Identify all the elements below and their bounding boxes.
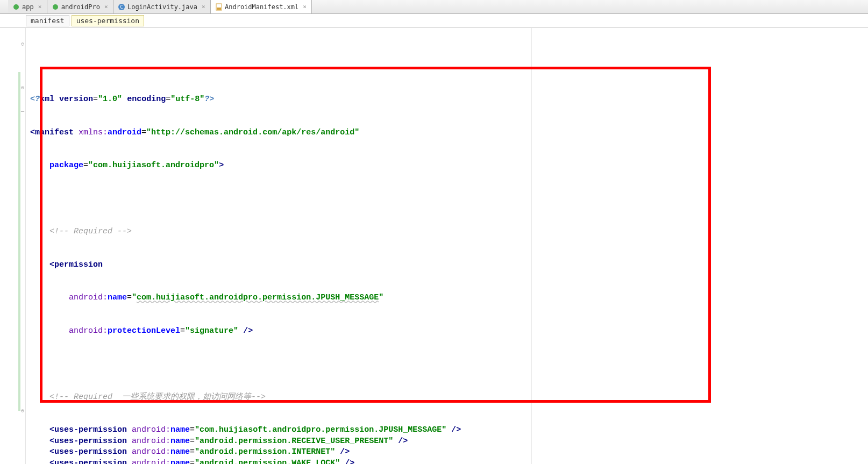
fold-toggle-icon[interactable]: ─ (21, 109, 24, 115)
close-icon[interactable]: × (202, 5, 206, 9)
editor-wrap: ⊖ ⊖ ─ ⊖ <?xml version="1.0" encoding="ut… (0, 28, 868, 464)
svg-rect-5 (217, 8, 221, 10)
editor-gutter[interactable]: ⊖ ⊖ ─ ⊖ (0, 28, 26, 464)
tab-loginactivity[interactable]: C LoginActivity.java × (113, 0, 211, 13)
code-line: android:name="com.huijiasoft.androidpro.… (30, 292, 868, 304)
close-icon[interactable]: × (38, 5, 42, 9)
gradle-icon (12, 3, 20, 11)
code-line: package="com.huijiasoft.androidpro"> (30, 160, 868, 172)
code-line: <!-- Required --> (30, 226, 868, 238)
tab-app[interactable]: app × (8, 0, 47, 13)
tab-androidpro[interactable]: androidPro × (47, 0, 113, 13)
breadcrumb-manifest[interactable]: manifest (26, 15, 69, 26)
code-line: <?xml version="1.0" encoding="utf-8"?> (30, 94, 868, 105)
fold-toggle-icon[interactable]: ⊖ (21, 84, 24, 90)
svg-text:C: C (120, 4, 123, 10)
gradle-icon (52, 3, 59, 11)
breadcrumb-uses-permission[interactable]: uses-permission (72, 15, 144, 26)
breadcrumb-bar: manifest uses-permission (0, 14, 868, 28)
tab-label: AndroidManifest.xml (225, 3, 298, 11)
java-class-icon: C (118, 3, 125, 11)
editor-tabs-bar: app × androidPro × C LoginActivity.java … (0, 0, 868, 14)
code-line: <uses-permission android:name="android.p… (30, 436, 868, 447)
code-line: <permission (30, 260, 868, 271)
code-line: <uses-permission android:name="com.huiji… (30, 425, 868, 436)
fold-toggle-icon[interactable]: ⊖ (21, 408, 24, 413)
vcs-change-marker (18, 72, 20, 411)
close-icon[interactable]: × (303, 5, 307, 9)
svg-point-0 (13, 4, 19, 10)
xml-file-icon (215, 3, 223, 11)
code-line: <uses-permission android:name="android.p… (30, 458, 868, 465)
code-line: android:protectionLevel="signature" /> (30, 326, 868, 337)
close-icon[interactable]: × (104, 5, 109, 9)
code-line: <manifest xmlns:android="http://schemas.… (30, 127, 868, 139)
tab-androidmanifest[interactable]: AndroidManifest.xml × (211, 0, 312, 13)
code-editor[interactable]: <?xml version="1.0" encoding="utf-8"?> <… (26, 28, 868, 464)
fold-toggle-icon[interactable]: ⊖ (21, 41, 24, 47)
tab-label: LoginActivity.java (127, 3, 197, 11)
tab-label: app (22, 3, 34, 11)
code-line: <uses-permission android:name="android.p… (30, 447, 868, 458)
svg-point-1 (53, 4, 58, 10)
tab-label: androidPro (61, 3, 100, 11)
code-line: <!-- Required 一些系统要求的权限，如访问网络等--> (30, 392, 868, 403)
right-margin-ruler (531, 28, 532, 464)
